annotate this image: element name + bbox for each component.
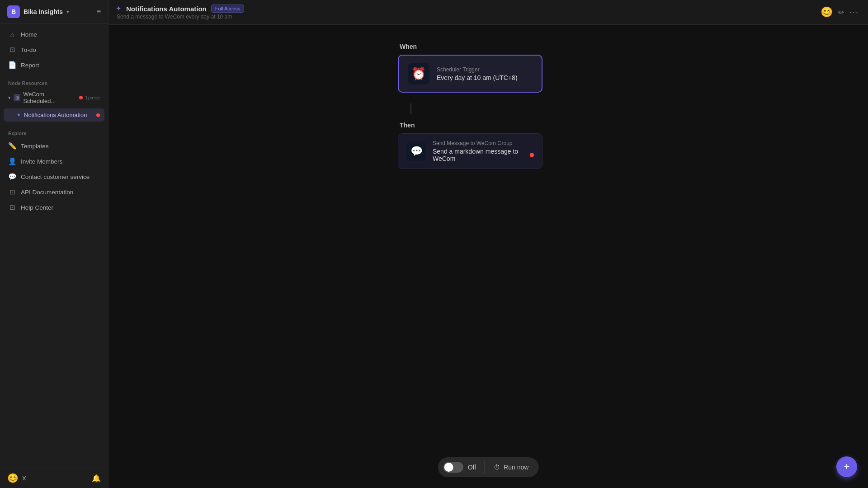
more-options-button[interactable]: ··· bbox=[849, 8, 859, 17]
trigger-card[interactable]: ⏰ Scheduler Trigger Every day at 10 am (… bbox=[398, 55, 542, 93]
expand-arrow-icon: ▾ bbox=[8, 95, 11, 101]
sidebar-footer: 😊 X 🔔 bbox=[0, 468, 108, 488]
sidebar-item-api[interactable]: ⊡ API Documentation bbox=[4, 185, 104, 199]
run-now-clock-icon: ⏱ bbox=[494, 464, 500, 471]
automation-error-badge bbox=[96, 113, 100, 117]
sidebar-item-help[interactable]: ⊡ Help Center bbox=[4, 200, 104, 215]
node-error-badge bbox=[79, 96, 83, 99]
sidebar-item-todo[interactable]: ⊡ To-do bbox=[4, 42, 104, 57]
sidebar-item-report[interactable]: 📄 Report bbox=[4, 58, 104, 72]
action-card[interactable]: 💬 Send Message to WeCom Group Send a mar… bbox=[398, 133, 542, 169]
flow-connector bbox=[410, 103, 411, 114]
todo-icon: ⊡ bbox=[8, 46, 16, 54]
help-icon: ⊡ bbox=[8, 203, 16, 211]
action-error-dot bbox=[530, 153, 534, 157]
invite-icon: 👤 bbox=[8, 157, 16, 165]
user-name: X bbox=[22, 475, 26, 482]
scheduler-clock-icon: ⏰ bbox=[411, 67, 426, 81]
node-name: WeCom Scheduled... bbox=[23, 91, 75, 104]
collapse-sidebar-button[interactable]: ≡ bbox=[97, 8, 101, 16]
automation-toggle[interactable] bbox=[443, 462, 463, 473]
sidebar-header: B Bika Insights ▾ ≡ bbox=[0, 0, 108, 24]
user-avatar-emoji: 😊 bbox=[7, 473, 19, 483]
node-piece-label: 1piece bbox=[85, 95, 100, 100]
explore-section: Explore ✏️ Templates 👤 Invite Members 💬 … bbox=[0, 122, 108, 218]
run-now-button[interactable]: ⏱ Run now bbox=[486, 461, 536, 474]
toggle-label: Off bbox=[468, 464, 476, 471]
action-info: Send Message to WeCom Group Send a markd… bbox=[433, 140, 534, 162]
automation-icon: ✦ bbox=[16, 112, 21, 118]
top-bar-actions: 😊 ✏ ··· bbox=[821, 6, 859, 18]
action-title: Send Message to WeCom Group bbox=[433, 140, 534, 146]
trigger-value: Every day at 10 am (UTC+8) bbox=[437, 74, 518, 81]
toggle-container: Off bbox=[442, 460, 482, 474]
wecom-node-item[interactable]: ▾ ⊞ WeCom Scheduled... 1piece bbox=[4, 88, 104, 108]
edit-button[interactable]: ✏ bbox=[838, 8, 844, 17]
scheduler-icon-wrap: ⏰ bbox=[408, 63, 429, 84]
contact-icon: 💬 bbox=[8, 173, 16, 181]
message-icon-wrap: 💬 bbox=[406, 141, 426, 161]
main-nav: ⌂ Home ⊡ To-do 📄 Report bbox=[0, 24, 108, 76]
action-value: Send a markdown message to WeCom bbox=[433, 148, 526, 162]
sidebar-item-contact[interactable]: 💬 Contact customer service bbox=[4, 169, 104, 184]
then-section: Then 💬 Send Message to WeCom Group Send … bbox=[398, 118, 542, 169]
top-bar-left: ✦ Notifications Automation Full Access S… bbox=[116, 5, 244, 20]
sidebar-item-home[interactable]: ⌂ Home bbox=[4, 28, 104, 42]
workspace-chevron-icon: ▾ bbox=[66, 9, 69, 15]
automation-page-icon: ✦ bbox=[116, 5, 122, 13]
page-title-row: ✦ Notifications Automation Full Access bbox=[116, 5, 244, 13]
api-icon: ⊡ bbox=[8, 188, 16, 196]
message-bubble-icon: 💬 bbox=[410, 145, 423, 157]
when-label: When bbox=[400, 43, 417, 50]
node-resources-label: Node Resources bbox=[4, 76, 104, 88]
bottom-bar: Off ⏱ Run now bbox=[438, 457, 539, 477]
home-icon: ⌂ bbox=[8, 31, 16, 38]
bottom-bar-divider bbox=[484, 461, 485, 474]
footer-user[interactable]: 😊 X bbox=[7, 473, 26, 483]
sidebar-item-invite[interactable]: 👤 Invite Members bbox=[4, 154, 104, 169]
page-title: Notifications Automation bbox=[126, 5, 207, 13]
notifications-bell-icon[interactable]: 🔔 bbox=[92, 474, 101, 483]
header-user-avatar[interactable]: 😊 bbox=[821, 6, 833, 18]
page-subtitle: Send a message to WeCom every day at 10 … bbox=[116, 14, 232, 20]
fab-add-button[interactable]: + bbox=[836, 456, 857, 477]
trigger-title: Scheduler Trigger bbox=[437, 66, 518, 73]
top-bar: ✦ Notifications Automation Full Access S… bbox=[108, 0, 868, 25]
node-resources-section: Node Resources ▾ ⊞ WeCom Scheduled... 1p… bbox=[0, 76, 108, 122]
report-icon: 📄 bbox=[8, 61, 16, 69]
workspace-title: Bika Insights bbox=[24, 8, 63, 15]
toggle-knob bbox=[444, 463, 453, 472]
explore-label: Explore bbox=[4, 126, 104, 138]
workspace-name[interactable]: B Bika Insights ▾ bbox=[7, 5, 69, 18]
automation-flow: When ⏰ Scheduler Trigger Every day at 10… bbox=[398, 43, 579, 169]
then-label: Then bbox=[400, 122, 542, 129]
node-table-icon: ⊞ bbox=[14, 94, 20, 101]
main-content: ✦ Notifications Automation Full Access S… bbox=[108, 0, 868, 488]
access-badge: Full Access bbox=[211, 5, 245, 13]
sidebar-item-templates[interactable]: ✏️ Templates bbox=[4, 139, 104, 153]
automation-name: Notifications Automation bbox=[24, 112, 87, 118]
workspace-icon: B bbox=[7, 5, 20, 18]
sidebar: B Bika Insights ▾ ≡ ⌂ Home ⊡ To-do 📄 Rep… bbox=[0, 0, 108, 488]
canvas-area: When ⏰ Scheduler Trigger Every day at 10… bbox=[108, 25, 868, 488]
templates-icon: ✏️ bbox=[8, 142, 16, 150]
trigger-info: Scheduler Trigger Every day at 10 am (UT… bbox=[437, 66, 518, 81]
automation-nav-item[interactable]: ✦ Notifications Automation bbox=[4, 108, 104, 122]
